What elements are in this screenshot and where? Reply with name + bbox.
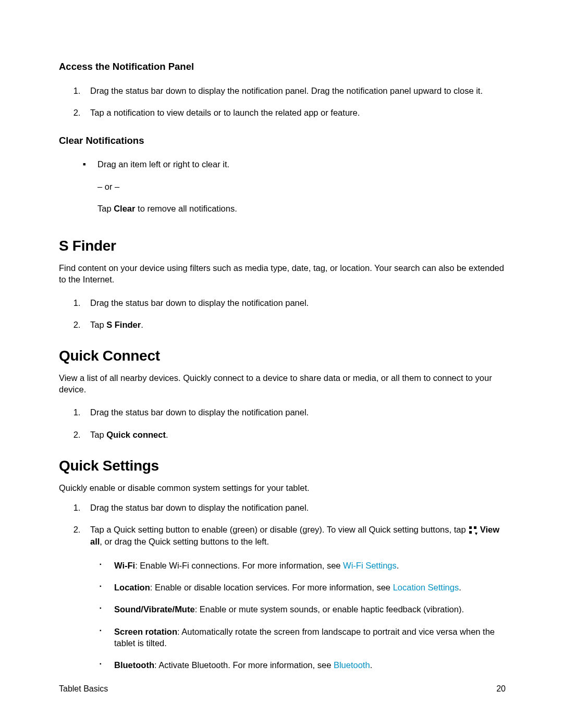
- list-item: Drag an item left or right to clear it. …: [83, 158, 506, 214]
- heading-s-finder: S Finder: [59, 236, 506, 256]
- body-text: – or –: [97, 181, 506, 192]
- body-text: Find content on your device using filter…: [59, 262, 506, 286]
- list-item: Wi-Fi: Enable Wi-Fi connections. For mor…: [100, 560, 506, 571]
- list-item: Drag the status bar down to display the …: [83, 85, 506, 96]
- list-item: Bluetooth: Activate Bluetooth. For more …: [100, 659, 506, 671]
- list-item: Tap S Finder.: [83, 319, 506, 330]
- list-item: Screen rotation: Automatically rotate th…: [100, 626, 506, 649]
- list-item: Drag the status bar down to display the …: [83, 406, 506, 418]
- list-item: Drag the status bar down to display the …: [83, 297, 506, 309]
- heading-clear-notifications: Clear Notifications: [59, 134, 506, 147]
- body-text: View a list of all nearby devices. Quick…: [59, 372, 506, 396]
- heading-quick-settings: Quick Settings: [59, 456, 506, 476]
- list-item: Tap Quick connect.: [83, 429, 506, 440]
- link-location-settings[interactable]: Location Settings: [393, 583, 459, 592]
- body-text: Drag an item left or right to clear it.: [97, 158, 506, 170]
- body-text: Quickly enable or disable common system …: [59, 482, 506, 493]
- footer-section-title: Tablet Basics: [59, 683, 108, 695]
- page-number: 20: [496, 683, 506, 695]
- list-item: Drag the status bar down to display the …: [83, 502, 506, 513]
- link-wifi-settings[interactable]: Wi-Fi Settings: [343, 561, 397, 570]
- body-text: Tap Clear to remove all notifications.: [97, 203, 506, 214]
- heading-access-notification-panel: Access the Notification Panel: [59, 60, 506, 73]
- list-item: Sound/Vibrate/Mute: Enable or mute syste…: [100, 603, 506, 615]
- link-bluetooth[interactable]: Bluetooth: [334, 660, 370, 670]
- heading-quick-connect: Quick Connect: [59, 346, 506, 366]
- view-all-grid-icon: [469, 526, 476, 534]
- list-item: Tap a Quick setting button to enable (gr…: [83, 524, 506, 671]
- list-item: Location: Enable or disable location ser…: [100, 582, 506, 593]
- list-item: Tap a notification to view details or to…: [83, 107, 506, 118]
